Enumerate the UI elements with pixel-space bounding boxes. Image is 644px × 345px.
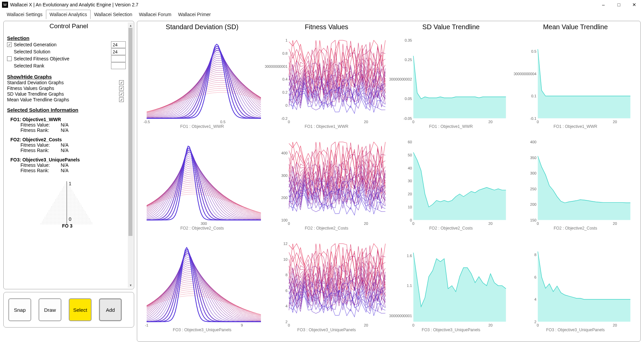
titlebar: W Wallacei X | An Evolutionary and Analy… — [0, 0, 644, 9]
svg-text:0.1: 0.1 — [531, 94, 537, 98]
chart-sd-fo1: -0.50.5FO1 : Objective1_WWR — [141, 33, 264, 135]
svg-text:60: 60 — [408, 140, 412, 144]
svg-text:-0.2: -0.2 — [281, 116, 287, 120]
scroll-down-icon[interactable]: ▾ — [128, 282, 133, 288]
svg-text:200: 200 — [281, 196, 288, 200]
select-button[interactable]: Select — [69, 298, 92, 321]
fo1-fv-value: N/A — [61, 122, 68, 128]
chart-sdtl-fo3: 0.60000000000000011.11.6020FO3 : Objecti… — [389, 236, 513, 338]
svg-text:4: 4 — [285, 304, 287, 308]
svg-text:200: 200 — [530, 202, 537, 206]
fo1-fv-label: Fitness Value: — [20, 122, 61, 128]
input-selected-solution[interactable] — [111, 48, 126, 55]
svg-text:0: 0 — [412, 323, 414, 327]
svg-text:20: 20 — [408, 192, 412, 196]
svg-text:0.25: 0.25 — [405, 58, 412, 62]
tab-forum[interactable]: Wallacei Forum — [136, 10, 175, 19]
svg-text:8: 8 — [534, 253, 536, 257]
svg-text:150: 150 — [530, 218, 537, 222]
svg-text:4: 4 — [534, 297, 536, 301]
chart-fv-fo3: 24681012020FO3 : Objective3_UniquePanels — [265, 236, 388, 338]
svg-text:20: 20 — [488, 221, 492, 226]
maximize-button[interactable]: □ — [611, 0, 627, 9]
fo3-fr-value: N/A — [61, 168, 68, 173]
chart-fv-fo1: -0.200.20.40.60000000000000010.81020FO1 … — [265, 33, 388, 135]
svg-text:-0.1: -0.1 — [530, 116, 536, 120]
svg-text:0: 0 — [537, 323, 539, 327]
svg-text:0.5: 0.5 — [531, 49, 537, 53]
tab-analytics[interactable]: Wallacei Analytics — [46, 10, 91, 19]
section-selection: Selection — [7, 35, 126, 41]
svg-text:0.2: 0.2 — [282, 90, 288, 94]
snap-button[interactable]: Snap — [8, 298, 31, 321]
fo2-fr-value: N/A — [61, 148, 68, 153]
label-sd-graphs: Standard Deviation Graphs — [7, 80, 119, 85]
fo1-fr-value: N/A — [61, 128, 68, 133]
control-panel-scrollbar[interactable]: ▴ ▾ — [128, 22, 133, 288]
svg-text:350: 350 — [530, 156, 537, 160]
svg-text:300: 300 — [281, 174, 288, 178]
fo2-fr-label: Fitness Rank: — [20, 148, 61, 153]
svg-text:0.3000000000000004: 0.3000000000000004 — [514, 72, 536, 76]
minimize-button[interactable]: – — [596, 0, 611, 9]
svg-text:FO3 : Objective3_UniquePanels: FO3 : Objective3_UniquePanels — [173, 328, 231, 332]
svg-text:300: 300 — [530, 171, 537, 175]
svg-text:400: 400 — [530, 140, 537, 144]
svg-text:0: 0 — [288, 323, 290, 327]
tab-selection[interactable]: Wallacei Selection — [91, 10, 136, 19]
label-fv-graphs: Fitness Values Graphs — [7, 86, 119, 91]
input-selected-fitness-obj[interactable] — [111, 55, 126, 62]
close-button[interactable]: ✕ — [627, 0, 642, 9]
svg-text:FO2 : Objective2_Costs: FO2 : Objective2_Costs — [554, 226, 597, 231]
checkbox-sd-graphs[interactable] — [119, 80, 124, 85]
svg-text:6: 6 — [285, 289, 287, 293]
svg-text:400: 400 — [281, 151, 288, 155]
svg-text:6: 6 — [534, 275, 536, 279]
chart-mvtl-fo1: -0.10.10.30000000000000040.5020FO1 : Obj… — [514, 33, 637, 135]
checkbox-fv-graphs[interactable] — [119, 86, 124, 91]
svg-text:FO1 : Objective1_WWR: FO1 : Objective1_WWR — [429, 124, 473, 129]
section-solution-info: Selected Solution Information — [7, 107, 126, 113]
svg-text:0.8: 0.8 — [282, 51, 288, 55]
col-head-sd: Standard Deviation (SD) — [141, 22, 264, 33]
svg-text:1: 1 — [285, 38, 287, 42]
col-head-mvtl: Mean Value Trendline — [514, 22, 637, 33]
svg-text:20: 20 — [488, 120, 492, 124]
svg-text:40: 40 — [408, 166, 412, 170]
svg-text:FO2 : Objective2_Costs: FO2 : Objective2_Costs — [305, 226, 348, 231]
control-panel: Control Panel Selection Selected Generat… — [3, 21, 134, 289]
window-title: Wallacei X | An Evolutionary and Analyti… — [10, 2, 139, 7]
svg-text:FO1 : Objective1_WWR: FO1 : Objective1_WWR — [305, 124, 348, 129]
add-button[interactable]: Add — [99, 298, 122, 321]
fo2-fv-label: Fitness Value: — [20, 142, 61, 148]
svg-text:20: 20 — [613, 120, 617, 124]
tab-primer[interactable]: Wallacei Primer — [175, 10, 214, 19]
svg-text:0: 0 — [69, 216, 71, 222]
app-logo: W — [2, 2, 8, 8]
checkbox-selected-fitness-obj[interactable] — [7, 56, 12, 61]
svg-text:20: 20 — [613, 221, 617, 226]
svg-text:12: 12 — [283, 242, 287, 246]
col-head-sdtl: SD Value Trendline — [389, 22, 513, 33]
section-show-hide: Show/Hide Graphs — [7, 74, 126, 80]
svg-text:20: 20 — [488, 323, 492, 327]
svg-text:1.6: 1.6 — [407, 254, 412, 258]
svg-text:300: 300 — [201, 221, 207, 226]
scrollbar-thumb[interactable] — [128, 28, 132, 236]
checkbox-selected-generation[interactable] — [7, 42, 12, 47]
input-selected-rank[interactable] — [111, 62, 126, 69]
checkbox-sdtl-graphs[interactable] — [119, 92, 124, 96]
svg-text:FO1 : Objective1_WWR: FO1 : Objective1_WWR — [180, 124, 224, 129]
tab-settings[interactable]: Wallacei Settings — [3, 10, 46, 19]
chart-mvtl-fo3: 2468020FO3 : Objective3_UniquePanels — [514, 236, 637, 338]
svg-text:100: 100 — [281, 218, 288, 222]
input-selected-generation[interactable] — [111, 41, 126, 48]
svg-text:0.150000000000000002: 0.150000000000000002 — [389, 77, 412, 81]
svg-text:0.4: 0.4 — [282, 77, 288, 81]
draw-button[interactable]: Draw — [39, 298, 61, 321]
svg-text:FO 3: FO 3 — [62, 223, 72, 228]
fo2-fv-value: N/A — [61, 142, 68, 148]
checkbox-mvtl-graphs[interactable] — [119, 97, 124, 102]
svg-text:10: 10 — [408, 205, 412, 209]
scroll-up-icon[interactable]: ▴ — [128, 22, 133, 28]
